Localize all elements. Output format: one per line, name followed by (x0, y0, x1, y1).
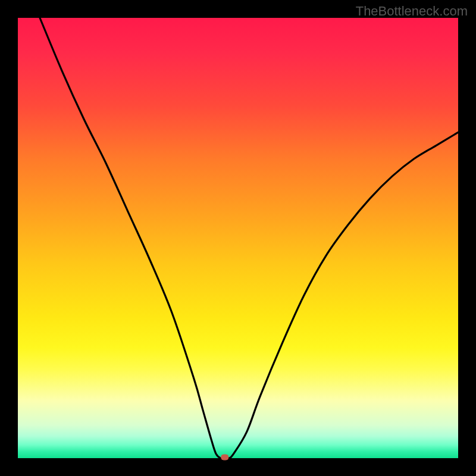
bottleneck-curve-svg (18, 18, 458, 458)
chart-plot-area (18, 18, 458, 458)
watermark-text: TheBottleneck.com (356, 4, 468, 19)
min-point-marker (221, 455, 228, 460)
bottleneck-curve-path (40, 18, 458, 459)
